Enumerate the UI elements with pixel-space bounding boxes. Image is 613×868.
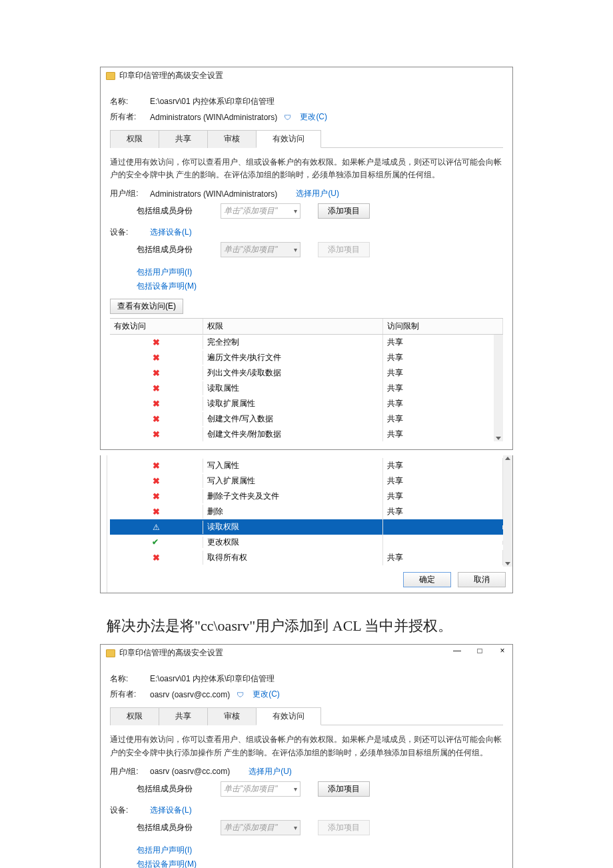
cell-permission: 读取属性 [203, 381, 383, 396]
warn-icon [152, 523, 161, 532]
table-row[interactable]: ✖删除子文件夹及文件共享 [110, 489, 503, 504]
cell-limit: 共享 [383, 504, 503, 519]
include-member-label-2: 包括组成员身份 [137, 822, 215, 833]
change-owner-link[interactable]: 更改(C) [300, 111, 327, 123]
deny-icon: ✖ [153, 414, 160, 424]
include-device-claim-link[interactable]: 包括设备声明(M) [137, 281, 197, 291]
view-effective-access-button[interactable]: 查看有效访问(E) [110, 299, 183, 314]
header-permission: 权限 [203, 319, 383, 334]
tab-2[interactable]: 审核 [207, 707, 257, 725]
name-label: 名称: [110, 673, 143, 685]
name-value: E:\oasrv\01 内控体系\印章印信管理 [150, 96, 275, 107]
tab-0[interactable]: 权限 [110, 130, 159, 148]
cell-access: ✖ [110, 397, 203, 411]
tab-1[interactable]: 共享 [159, 130, 208, 148]
cell-limit: 共享 [383, 550, 503, 565]
allow-icon [152, 539, 161, 546]
cell-limit: 共享 [383, 350, 503, 365]
cell-limit: 共享 [383, 396, 503, 411]
add-item-button-disabled: 添加项目 [318, 820, 370, 835]
cell-access: ✖ [110, 351, 203, 365]
maximize-button[interactable]: □ [472, 646, 487, 655]
scrollbar[interactable] [494, 335, 503, 441]
add-item-dropdown[interactable]: 单击"添加项目"▾ [221, 781, 301, 797]
cell-permission: 更改权限 [203, 535, 383, 550]
table-row[interactable]: ✖写入扩展属性共享 [110, 473, 503, 489]
select-user-link[interactable]: 选择用户(U) [296, 188, 339, 199]
description-text: 通过使用有效访问，你可以查看用户、组或设备帐户的有效权限。如果帐户是域成员，则还… [110, 156, 503, 181]
cell-permission: 遍历文件夹/执行文件 [203, 350, 383, 365]
user-group-value: Administrators (WIN\Administrators) [150, 189, 277, 199]
table-row[interactable]: ✖创建文件/写入数据共享 [110, 411, 503, 427]
user-group-value: oasrv (oasrv@cc.com) [150, 767, 230, 776]
cell-limit [383, 525, 503, 529]
cancel-button[interactable]: 取消 [458, 572, 506, 587]
minimize-button[interactable]: — [450, 646, 464, 655]
cell-limit: 共享 [383, 335, 503, 350]
cell-access: ✖ [110, 381, 203, 395]
cell-permission: 完全控制 [203, 335, 383, 350]
name-label: 名称: [110, 96, 143, 107]
shield-icon [284, 113, 292, 121]
table-row[interactable]: ✖取得所有权共享 [110, 550, 503, 565]
add-item-dropdown-disabled: 单击"添加项目"▾ [221, 242, 301, 257]
table-row[interactable]: 读取权限 [110, 519, 503, 535]
cell-limit: 共享 [383, 458, 503, 473]
select-user-link[interactable]: 选择用户(U) [249, 766, 292, 777]
table-row[interactable]: ✖遍历文件夹/执行文件共享 [110, 350, 503, 365]
cell-permission: 创建文件/写入数据 [203, 411, 383, 427]
close-button[interactable]: × [495, 646, 510, 655]
tab-3[interactable]: 有效访问 [256, 130, 321, 148]
header-access: 有效访问 [110, 319, 203, 334]
window-controls: — □ × [450, 646, 510, 655]
table-row[interactable]: 更改权限 [110, 535, 503, 550]
cell-permission: 删除 [203, 504, 383, 519]
cell-access: ✖ [110, 412, 203, 426]
add-item-button[interactable]: 添加项目 [318, 203, 370, 219]
name-value: E:\oasrv\01 内控体系\印章印信管理 [150, 673, 275, 685]
tab-0[interactable]: 权限 [110, 707, 159, 725]
cell-access: ✖ [110, 427, 203, 441]
cell-permission: 列出文件夹/读取数据 [203, 365, 383, 381]
deny-icon: ✖ [153, 337, 160, 347]
cell-permission: 创建文件夹/附加数据 [203, 427, 383, 441]
cell-access: ✖ [110, 489, 203, 503]
change-owner-link[interactable]: 更改(C) [253, 689, 280, 700]
titlebar: 印章印信管理的高级安全设置 [101, 67, 512, 84]
deny-icon: ✖ [153, 399, 160, 409]
header-limit: 访问限制 [383, 319, 503, 334]
advanced-security-dialog-1-cont: ✖写入属性共享✖写入扩展属性共享✖删除子文件夹及文件共享✖删除共享读取权限更改权… [100, 455, 513, 593]
add-item-dropdown[interactable]: 单击"添加项目"▾ [221, 203, 301, 219]
device-label: 设备: [110, 227, 143, 238]
scrollbar[interactable] [503, 455, 512, 567]
ok-button[interactable]: 确定 [403, 572, 451, 587]
select-device-link[interactable]: 选择设备(L) [150, 805, 192, 816]
table-row[interactable]: ✖删除共享 [110, 504, 503, 519]
table-row[interactable]: ✖写入属性共享 [110, 458, 503, 473]
device-label: 设备: [110, 805, 143, 816]
table-row[interactable]: ✖完全控制共享 [110, 335, 503, 350]
deny-icon: ✖ [153, 429, 160, 439]
table-row[interactable]: ✖创建文件夹/附加数据共享 [110, 427, 503, 441]
cell-limit: 共享 [383, 411, 503, 427]
cell-permission: 读取扩展属性 [203, 396, 383, 411]
include-user-claim-link[interactable]: 包括用户声明(I) [137, 267, 192, 277]
table-row[interactable]: ✖列出文件夹/读取数据共享 [110, 365, 503, 381]
dialog-title: 印章印信管理的高级安全设置 [119, 70, 223, 81]
tab-1[interactable]: 共享 [159, 707, 208, 725]
cell-access: ✖ [110, 366, 203, 380]
tab-3[interactable]: 有效访问 [256, 707, 321, 725]
table-row[interactable]: ✖读取扩展属性共享 [110, 396, 503, 411]
include-user-claim-link[interactable]: 包括用户声明(I) [137, 845, 192, 855]
include-device-claim-link[interactable]: 包括设备声明(M) [137, 859, 197, 868]
cell-access [110, 537, 203, 548]
folder-icon [106, 72, 115, 80]
include-member-label: 包括组成员身份 [137, 783, 215, 795]
select-device-link[interactable]: 选择设备(L) [150, 227, 192, 238]
tab-2[interactable]: 审核 [207, 130, 257, 148]
tabs: 权限共享审核有效访问 [110, 129, 503, 148]
table-row[interactable]: ✖读取属性共享 [110, 381, 503, 396]
add-item-button[interactable]: 添加项目 [318, 781, 370, 797]
cell-permission: 删除子文件夹及文件 [203, 489, 383, 504]
cell-permission: 写入扩展属性 [203, 473, 383, 489]
